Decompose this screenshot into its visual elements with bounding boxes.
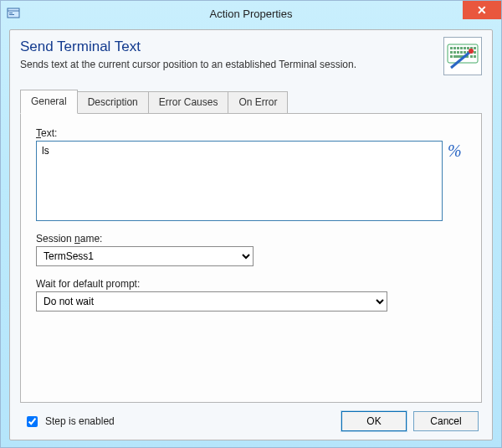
text-input[interactable]: ls — [36, 141, 443, 221]
text-field-block: Text: ls % — [36, 127, 466, 221]
title-bar: Action Properties ✕ — [1, 1, 501, 26]
svg-rect-5 — [450, 47, 453, 49]
svg-rect-13 — [450, 51, 453, 54]
svg-rect-9 — [464, 47, 466, 49]
tab-panel-general: Text: ls % Session name: — [20, 114, 482, 403]
insert-variable-button[interactable]: % — [448, 142, 466, 163]
svg-text:%: % — [448, 142, 462, 160]
svg-rect-17 — [464, 51, 466, 54]
svg-rect-20 — [474, 51, 476, 54]
text-label-rest: ext: — [41, 127, 57, 139]
tab-error-causes[interactable]: Error Causes — [148, 91, 229, 113]
header-row: Send Terminal Text Sends text at the cur… — [20, 37, 482, 75]
dialog-window: Action Properties ✕ Send Terminal Text S… — [0, 0, 502, 448]
text-row: ls % — [36, 141, 466, 221]
cancel-button[interactable]: Cancel — [413, 411, 479, 431]
svg-rect-6 — [453, 47, 456, 49]
window-title: Action Properties — [1, 8, 501, 20]
text-label: Text: — [36, 127, 466, 139]
session-field-block: Session name: TermSess1 — [36, 233, 466, 266]
page-title: Send Terminal Text — [20, 39, 435, 55]
session-label-mnemonic: n — [74, 233, 80, 245]
tabstrip: General Description Error Causes On Erro… — [20, 89, 482, 114]
keyboard-icon — [443, 37, 482, 75]
wait-label: Wait for default prompt: — [36, 278, 466, 290]
svg-rect-7 — [457, 47, 459, 49]
content-panel: Send Terminal Text Sends text at the cur… — [9, 29, 493, 440]
step-enabled-input[interactable] — [27, 416, 38, 427]
tab-general[interactable]: General — [20, 90, 78, 114]
svg-rect-21 — [450, 55, 453, 58]
dialog-body: Send Terminal Text Sends text at the cur… — [1, 26, 501, 447]
svg-rect-23 — [470, 55, 473, 58]
step-enabled-checkbox[interactable]: Step is enabled — [23, 414, 115, 430]
session-label-pre: Session — [36, 233, 74, 245]
svg-rect-16 — [460, 51, 463, 54]
page-subtitle: Sends text at the current cursor positio… — [20, 59, 435, 70]
close-button[interactable]: ✕ — [463, 1, 501, 19]
session-label: Session name: — [36, 233, 466, 245]
svg-point-26 — [469, 49, 474, 54]
tab-description[interactable]: Description — [77, 91, 149, 113]
wait-select[interactable]: Do not wait — [36, 291, 387, 312]
session-select[interactable]: TermSess1 — [36, 246, 254, 266]
ok-button[interactable]: OK — [341, 411, 407, 431]
session-label-post: ame: — [80, 233, 103, 245]
svg-rect-12 — [474, 47, 476, 49]
dialog-footer: Step is enabled OK Cancel — [20, 409, 482, 433]
svg-rect-15 — [457, 51, 459, 54]
wait-field-block: Wait for default prompt: Do not wait — [36, 278, 466, 312]
tab-on-error[interactable]: On Error — [228, 91, 288, 113]
svg-rect-10 — [467, 47, 469, 49]
header-text: Send Terminal Text Sends text at the cur… — [20, 37, 435, 70]
svg-rect-24 — [474, 55, 476, 58]
svg-rect-14 — [453, 51, 456, 54]
svg-rect-8 — [460, 47, 463, 49]
step-enabled-label: Step is enabled — [45, 415, 115, 427]
